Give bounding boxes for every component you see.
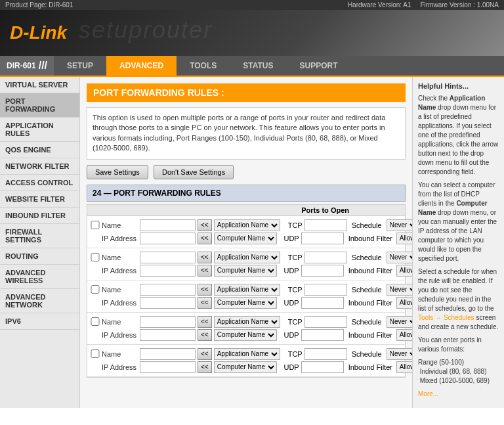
sidebar-item-virtual-server[interactable]: VIRTUAL SERVER [0,77,79,93]
inbound-dropdown-1[interactable]: Allow All [396,265,412,277]
app-name-dropdown-4[interactable]: Application Name [214,348,280,360]
comp-arrow-btn-4[interactable]: << [198,361,212,373]
sidebar-item-routing[interactable]: ROUTING [0,248,79,265]
ip-input-4[interactable] [140,361,196,373]
schedule-dropdown-4[interactable]: Never [387,348,412,360]
udp-input-2[interactable] [301,297,344,309]
app-arrow-btn-2[interactable]: << [198,284,212,296]
dont-save-settings-button[interactable]: Don't Save Settings [154,165,234,179]
inbound-label-4: Inbound Filter [348,363,394,371]
rule-checkbox-0[interactable] [91,221,100,229]
app-arrow-btn-0[interactable]: << [198,219,212,231]
sidebar-item-port-forwarding[interactable]: PORT FORWARDING [0,93,79,118]
udp-input-4[interactable] [301,361,344,373]
rule-checkbox-4[interactable] [91,349,100,358]
sidebar-item-application-rules[interactable]: APPLICATION RULES [0,118,79,142]
more-link[interactable]: More... [418,390,438,397]
comp-name-dropdown-0[interactable]: Computer Name [214,233,277,244]
inbound-label-3: Inbound Filter [348,331,394,339]
udp-input-1[interactable] [301,265,344,277]
inbound-dropdown-0[interactable]: Allow All [396,233,412,244]
tcp-label-2: TCP [284,286,303,294]
schedule-label-0: Schedule [352,221,385,229]
rule-row-1: Name << Application Name TCP Schedule Ne… [87,248,405,280]
comp-arrow-btn-3[interactable]: << [198,329,212,341]
sidebar-item-qos-engine[interactable]: QOS ENGINE [0,142,79,158]
nav-bar: DIR-601 /// SETUP ADVANCED TOOLS STATUS … [0,56,504,77]
sidebar-item-inbound-filter[interactable]: INBOUND FILTER [0,208,79,224]
inbound-dropdown-4[interactable]: Allow All [396,361,412,373]
sidebar-item-network-filter[interactable]: NETWORK FILTER [0,158,79,175]
ip-input-2[interactable] [140,297,196,309]
rule-row-0: Name << Application Name TCP Schedule Ne… [87,216,405,248]
name-input-3[interactable] [140,316,196,328]
ip-label-0: IP Address [102,235,138,242]
sidebar-item-access-control[interactable]: ACCESS CONTROL [0,175,79,191]
schedule-dropdown-3[interactable]: Never [387,316,412,328]
app-name-dropdown-0[interactable]: Application Name [214,219,280,231]
comp-name-dropdown-3[interactable]: Computer Name [214,329,277,341]
name-input-4[interactable] [140,348,196,360]
schedule-dropdown-1[interactable]: Never [387,252,412,263]
tcp-input-4[interactable] [304,348,347,360]
app-arrow-btn-4[interactable]: << [198,348,212,360]
udp-label-0: UDP [281,235,299,242]
comp-name-dropdown-4[interactable]: Computer Name [214,361,277,373]
tab-advanced[interactable]: ADVANCED [106,56,177,76]
tcp-input-0[interactable] [304,219,347,231]
sidebar-item-firewall-settings[interactable]: FIREWALL SETTINGS [0,224,79,248]
tab-tools[interactable]: TOOLS [177,56,230,76]
app-arrow-btn-3[interactable]: << [198,316,212,328]
tab-status[interactable]: STATUS [230,56,286,76]
inbound-dropdown-3[interactable]: Allow All [396,329,412,341]
schedule-dropdown-2[interactable]: Never [387,284,412,296]
app-name-dropdown-1[interactable]: Application Name [214,252,280,263]
sidebar-item-advanced-network[interactable]: ADVANCED NETWORK [0,289,79,313]
comp-name-dropdown-1[interactable]: Computer Name [214,265,277,277]
comp-arrow-btn-1[interactable]: << [198,265,212,277]
tcp-label-3: TCP [284,318,303,326]
tab-setup[interactable]: SETUP [54,56,106,76]
rule-checkbox-1[interactable] [91,253,100,261]
hint-formats: Range (50-100) Individual (80, 68, 888) … [418,358,499,386]
udp-input-0[interactable] [301,233,344,244]
hint-p4: You can enter ports in various formats: [418,336,499,354]
rules-section-header: 24 — PORT FORWARDING RULES [87,185,406,202]
sidebar-item-advanced-wireless[interactable]: ADVANCED WIRELESS [0,265,79,289]
save-settings-button[interactable]: Save Settings [87,165,148,179]
content-area: PORT FORWARDING RULES : This option is u… [80,77,412,408]
tab-support[interactable]: SUPPORT [287,56,351,76]
tcp-input-2[interactable] [304,284,347,296]
sidebar-item-website-filter[interactable]: WEBSITE FILTER [0,191,79,208]
sidebar-item-ipv6[interactable]: IPV6 [0,313,79,330]
name-label-2: Name [102,286,138,294]
udp-label-3: UDP [281,331,299,339]
tcp-label-4: TCP [284,350,303,358]
name-input-2[interactable] [140,284,196,296]
udp-label-1: UDP [281,267,299,275]
name-input-0[interactable] [140,219,196,231]
app-name-dropdown-3[interactable]: Application Name [214,316,280,328]
rule-checkbox-2[interactable] [91,285,100,294]
tools-schedules-link[interactable]: Tools → Schedules [418,314,474,321]
description: This option is used to open multiple por… [87,107,406,160]
header: D-Link setuprouter [0,10,504,56]
ip-input-1[interactable] [140,265,196,277]
ip-input-3[interactable] [140,329,196,341]
app-arrow-btn-1[interactable]: << [198,252,212,263]
inbound-dropdown-2[interactable]: Allow All [396,297,412,309]
version-labels: Hardware Version: A1 Firmware Version : … [348,1,499,9]
comp-arrow-btn-2[interactable]: << [198,297,212,309]
comp-name-dropdown-2[interactable]: Computer Name [214,297,277,309]
tcp-input-3[interactable] [304,316,347,328]
app-name-dropdown-2[interactable]: Application Name [214,284,280,296]
name-input-1[interactable] [140,252,196,263]
schedule-dropdown-0[interactable]: Never [387,219,412,231]
tcp-input-1[interactable] [304,252,347,263]
rule-checkbox-3[interactable] [91,317,100,326]
comp-arrow-btn-0[interactable]: << [198,233,212,244]
udp-input-3[interactable] [301,329,344,341]
model-badge: DIR-601 /// [0,56,54,76]
ip-input-0[interactable] [140,233,196,244]
hint-p3: Select a schedule for when the rule will… [418,267,499,332]
